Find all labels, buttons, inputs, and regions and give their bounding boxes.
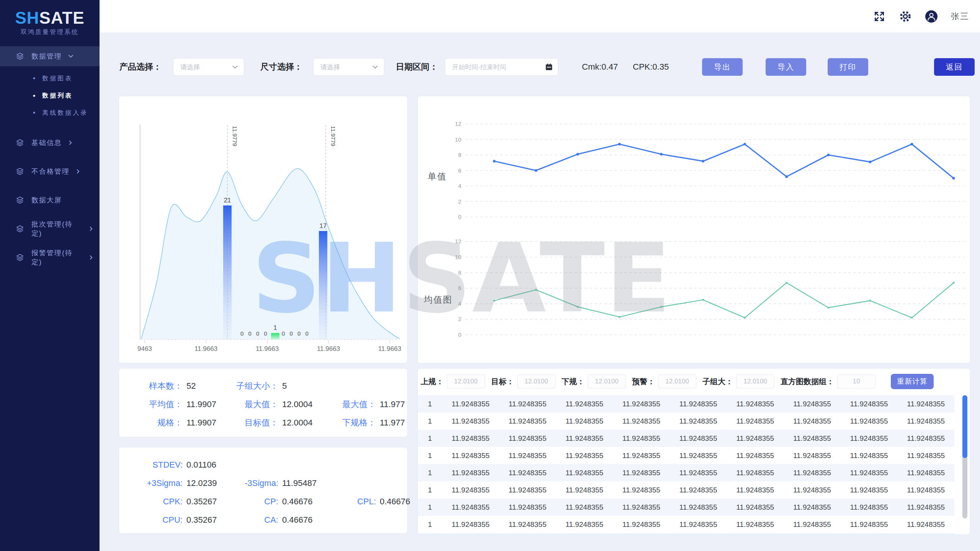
value-cell: 11.9248355 — [841, 520, 898, 529]
table-row[interactable]: 111.924835511.924835511.924835511.924835… — [418, 412, 954, 430]
stat-label: 目标值： — [228, 417, 278, 429]
value-cell: 11.9248355 — [670, 417, 727, 425]
stats-summary-cell: 最大值：11.977 — [325, 399, 407, 410]
fullscreen-icon[interactable] — [873, 10, 886, 23]
value-cell: 11.9248355 — [670, 452, 727, 460]
value-cell: 11.9248355 — [784, 400, 841, 408]
stat-label: CPU: — [132, 515, 183, 525]
recalculate-button[interactable]: 重新计算 — [891, 374, 934, 389]
value-cell: 11.9248355 — [442, 452, 499, 460]
product-select[interactable]: 请选择 — [173, 58, 244, 76]
value-cell: 11.9248355 — [670, 503, 727, 512]
table-row[interactable]: 111.924835511.924835511.924835511.924835… — [418, 533, 954, 535]
import-button[interactable]: 导入 — [766, 58, 806, 76]
table-row[interactable]: 111.924835511.924835511.924835511.924835… — [418, 430, 954, 447]
spec-field-input-5[interactable] — [837, 375, 875, 388]
sidebar-item-label: 不合格管理 — [31, 167, 70, 176]
svg-text:0 0 0 0: 0 0 0 0 — [240, 330, 269, 337]
stat-label: 规格： — [132, 417, 183, 429]
spec-field-input-2[interactable] — [588, 375, 626, 388]
value-cell: 11.9248355 — [897, 486, 954, 494]
capability-row: CPK:0.35267CP:0.46676CPL:0.46676 — [132, 492, 407, 511]
product-select-placeholder: 请选择 — [180, 63, 200, 72]
table-scrollbar-thumb[interactable] — [962, 395, 967, 458]
histogram-chart: 11.977911.9779211170 0 0 00 0 0 0946311.… — [137, 122, 402, 359]
value-cell: 11.9248355 — [556, 503, 613, 512]
chevron-right-icon — [88, 226, 94, 232]
table-row[interactable]: 111.924835511.924835511.924835511.924835… — [418, 481, 954, 499]
value-cell: 11.9248355 — [670, 400, 727, 408]
table-row[interactable]: 111.924835511.924835511.924835511.924835… — [418, 516, 954, 533]
stat-label: 最大值： — [325, 399, 376, 410]
stats-summary-cell: 子组大小：5 — [228, 380, 325, 392]
capability-row: STDEV:0.01106 — [132, 456, 407, 474]
spec-field-input-3[interactable] — [658, 375, 696, 388]
sidebar-subitem-2[interactable]: •离线数据入录 — [0, 104, 100, 122]
table-row[interactable]: 111.924835511.924835511.924835511.924835… — [418, 447, 954, 464]
sidebar-item-label: 批次管理(待定) — [31, 220, 83, 238]
back-button[interactable]: 返回 — [934, 58, 975, 76]
table-row[interactable]: 111.924835511.924835511.924835511.924835… — [418, 499, 954, 516]
stat-value: 12.0004 — [282, 399, 313, 409]
svg-text:11.9663: 11.9663 — [194, 345, 217, 352]
sidebar-subitem-0[interactable]: •数据图表 — [0, 70, 100, 87]
gear-icon[interactable] — [899, 10, 912, 23]
value-cell: 11.9248355 — [499, 417, 556, 425]
date-range-input[interactable]: 开始时间-结束时间 — [445, 58, 558, 76]
value-cell: 11.9248355 — [499, 452, 556, 460]
sidebar-item-3[interactable]: 数据大屏 — [0, 190, 100, 210]
sidebar-item-4[interactable]: 批次管理(待定) — [0, 219, 100, 239]
value-cell: 11.9248355 — [897, 452, 954, 460]
value-cell: 11.9248355 — [442, 469, 499, 477]
sidebar-item-label: 报警管理(待定) — [31, 248, 83, 267]
sidebar-item-0[interactable]: 数据管理 — [0, 46, 100, 66]
spec-field-label-3: 预警： — [632, 377, 655, 387]
value-cell: 11.9248355 — [670, 434, 727, 443]
main-area: 产品选择： 请选择 尺寸选择： 请选择 日期区间： 开始时间-结束时间 Cmk:… — [100, 33, 980, 551]
value-cell: 11.9248355 — [556, 486, 613, 494]
avatar[interactable] — [925, 10, 938, 23]
chevron-right-icon — [88, 254, 94, 261]
brand-subtitle: 双鸿质量管理系统 — [0, 28, 100, 36]
table-row[interactable]: 111.924835511.924835511.924835511.924835… — [418, 395, 954, 412]
stat-value: 52 — [186, 381, 196, 391]
value-cell: 11.9248355 — [499, 486, 556, 494]
size-select[interactable]: 请选择 — [313, 58, 384, 76]
value-cell: 11.9248355 — [784, 469, 841, 477]
sidebar-item-1[interactable]: 基础信息 — [0, 133, 100, 153]
stat-value: 11.9907 — [186, 399, 216, 409]
value-cell: 11.9248355 — [442, 417, 499, 425]
stat-value: 11.977 — [380, 399, 405, 409]
stat-value: 11.95487 — [282, 478, 317, 488]
table-row[interactable]: 111.924835511.924835511.924835511.924835… — [418, 464, 954, 481]
layers-icon — [15, 52, 24, 60]
size-select-label: 尺寸选择： — [260, 58, 302, 76]
spec-field-input-4[interactable] — [736, 375, 774, 388]
value-cell: 11.9248355 — [556, 400, 613, 408]
sidebar-subitem-1[interactable]: •数据列表 — [0, 87, 100, 104]
sidebar-item-2[interactable]: 不合格管理 — [0, 161, 100, 181]
spec-field-input-1[interactable] — [517, 375, 555, 388]
value-cell: 11.9248355 — [897, 400, 954, 408]
table-scrollbar-track[interactable] — [962, 395, 967, 518]
control-charts: 121086420单值121086420均值图 — [418, 96, 970, 363]
username-label[interactable]: 张三 — [951, 11, 969, 22]
svg-text:2: 2 — [458, 316, 461, 322]
value-cell: 11.9248355 — [499, 434, 556, 443]
value-cell: 11.9248355 — [499, 520, 556, 529]
row-index-cell: 1 — [418, 520, 442, 529]
stat-label: +3Sigma: — [132, 478, 183, 488]
sidebar-item-5[interactable]: 报警管理(待定) — [0, 248, 100, 267]
print-button[interactable]: 打印 — [828, 58, 868, 76]
spec-field-input-0[interactable] — [447, 375, 485, 388]
value-cell: 11.9248355 — [841, 452, 898, 460]
svg-text:4: 4 — [458, 183, 461, 189]
stats-summary-cell: 下规格：11.977 — [325, 417, 407, 429]
value-cell: 11.9248355 — [556, 469, 613, 477]
value-cell: 11.9248355 — [442, 520, 499, 529]
value-cell: 11.9248355 — [897, 469, 954, 477]
value-cell: 11.9248355 — [613, 400, 670, 408]
value-cell: 11.9248355 — [613, 520, 670, 529]
stats-summary-row: 样本数：52子组大小：5 — [132, 377, 407, 395]
export-button[interactable]: 导出 — [702, 58, 743, 76]
